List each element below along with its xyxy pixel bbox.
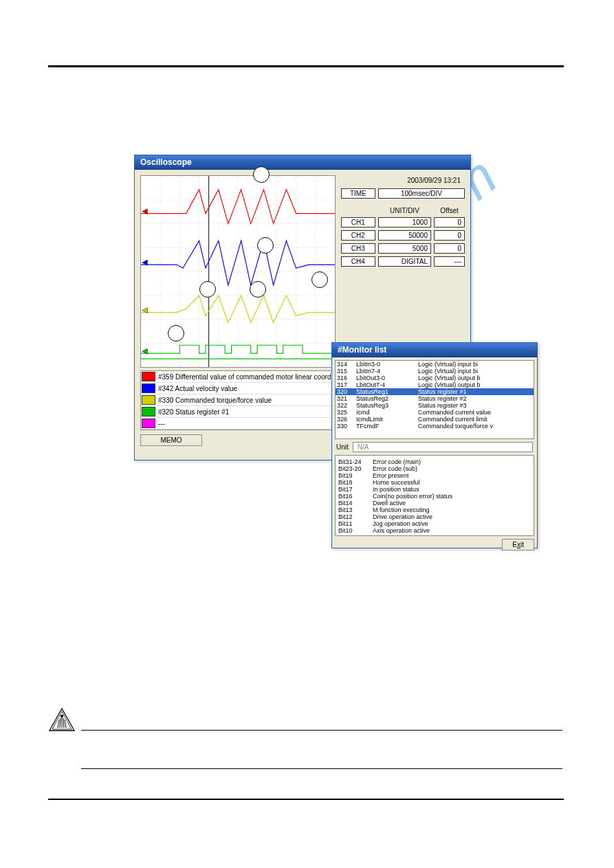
unit-value: N/A [353, 442, 533, 452]
legend-row[interactable]: #359 Differential value of commanded mot… [141, 371, 335, 383]
bit-row: Bit14Dwell active [338, 500, 531, 507]
annotation-circle [250, 281, 266, 298]
svg-line-25 [65, 720, 66, 728]
legend-text: #320 Status register #1 [156, 408, 231, 416]
ch4-label: CH4 [341, 256, 375, 267]
legend-row[interactable]: #330 Commanded torque/force value [141, 394, 335, 406]
ch3-label: CH3 [341, 243, 375, 254]
svg-line-24 [58, 720, 59, 728]
legend-row[interactable]: #342 Actual velocity value [141, 383, 335, 394]
monitor-titlebar[interactable]: #Monitor list [332, 343, 537, 357]
table-row[interactable]: 317LbitOut7-4Logic (Virtual) output b [336, 381, 534, 388]
oscilloscope-plot[interactable] [140, 175, 336, 368]
legend-text: #359 Differential value of commanded mot… [156, 372, 335, 381]
bit-row: Bit19Error present [338, 472, 531, 479]
bit-row: Bit17In position status [338, 486, 531, 493]
bit-row: Bit11Jog operation active [338, 520, 531, 527]
table-row[interactable]: 315LbitIn7-4Logic (Virtual) input bi [336, 368, 534, 375]
annotation-circle [257, 237, 274, 254]
table-row[interactable]: 326IcmdLimitCommanded current limit [336, 416, 534, 423]
offset-header: Offset [434, 207, 465, 214]
bit-row: Bit10Axis operation active [338, 527, 531, 534]
bit-row: Bit18Home successful [338, 479, 531, 486]
table-row[interactable]: 322StatusReg3Status register #3 [336, 402, 534, 409]
legend-swatch-ch2 [142, 383, 155, 393]
legend-row[interactable]: #320 Status register #1 [141, 406, 335, 418]
unit-label: Unit [336, 443, 349, 451]
svg-point-28 [61, 715, 63, 717]
page-header-rule [48, 65, 564, 67]
unitdiv-header: UNIT/DIV [378, 207, 431, 214]
ch2-unitdiv: 50000 [378, 230, 431, 241]
ch1-offset: 0 [434, 217, 465, 227]
annotation-circle [199, 281, 216, 298]
legend-swatch-ch3 [142, 395, 155, 405]
datetime-label: 2003/09/29 13:21 [341, 175, 465, 186]
bit-row: Bit16Coin(no position error) status [338, 493, 531, 500]
bit-description-box[interactable]: Bit31-24Error code (main) Bit23-20Error … [335, 455, 534, 536]
warning-icon [48, 707, 76, 735]
legend-swatch-ch5 [142, 419, 155, 428]
table-row[interactable]: 314LbitIn3-0Logic (Virtual) input bi [336, 361, 534, 368]
warning-rule [81, 768, 562, 769]
table-row-selected[interactable]: 320StatusReg1Status register #1 [336, 388, 534, 395]
table-row[interactable]: 325IcmdCommanded current value [336, 409, 534, 416]
svg-line-27 [63, 718, 64, 728]
table-row[interactable]: 321StatusReg2Status register #2 [336, 395, 534, 402]
ch3-unitdiv: 5000 [378, 243, 431, 254]
legend-swatch-ch4 [142, 407, 155, 416]
legend-swatch-ch1 [142, 372, 155, 381]
ch4-offset: --- [434, 256, 465, 267]
svg-line-26 [60, 718, 61, 728]
monitor-list-window: #Monitor list 314LbitIn3-0Logic (Virtual… [331, 342, 538, 548]
table-row[interactable]: 316LbitOut3-0Logic (Virtual) output b [336, 375, 534, 381]
memo-button[interactable]: MEMO [140, 434, 202, 446]
oscilloscope-legend: #359 Differential value of commanded mot… [140, 370, 336, 430]
bit-row: Bit13M function executing [338, 507, 531, 513]
ch4-unitdiv: DIGITAL [378, 256, 431, 267]
ch1-label: CH1 [341, 217, 375, 227]
exit-button[interactable]: Exit [502, 539, 534, 550]
page-footer-rule [48, 799, 564, 800]
bit-row: Bit12Drive operation active [338, 513, 531, 520]
table-row[interactable]: 330TFcmdFCommanded torque/force v [336, 423, 534, 430]
bit-row: Bit31-24Error code (main) [338, 458, 531, 465]
ch1-unitdiv: 1000 [378, 217, 431, 227]
monitor-table[interactable]: 314LbitIn3-0Logic (Virtual) input bi 315… [335, 360, 534, 439]
ch2-label: CH2 [341, 230, 375, 241]
oscilloscope-titlebar[interactable]: Oscilloscope [135, 155, 470, 170]
time-value: 100msec/DIV [378, 188, 465, 199]
bit-row: Bit23-20Error code (sub) [338, 465, 531, 472]
legend-row[interactable]: --- [141, 418, 335, 430]
legend-text: #330 Commanded torque/force value [156, 396, 274, 405]
warning-rule [81, 730, 562, 731]
legend-text: #342 Actual velocity value [156, 384, 239, 393]
ch2-offset: 0 [434, 230, 465, 241]
legend-text: --- [156, 419, 167, 428]
time-label: TIME [341, 188, 375, 199]
ch3-offset: 0 [434, 243, 465, 254]
annotation-circle [311, 271, 328, 288]
